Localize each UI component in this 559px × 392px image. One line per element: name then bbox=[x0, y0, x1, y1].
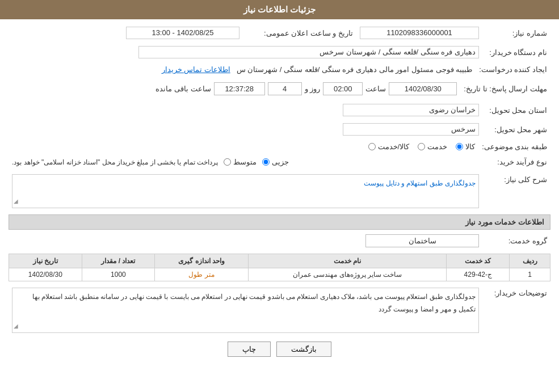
col-quantity: تعداد / مقدار bbox=[82, 254, 155, 268]
category-label: طبقه بندی موضوعی: bbox=[478, 141, 550, 153]
purchase-medium-label: متوسط bbox=[233, 158, 257, 166]
city-label: شهر محل تحویل: bbox=[482, 121, 550, 137]
col-service-code: کد خدمت bbox=[447, 254, 510, 268]
purchase-type-desc: پرداخت تمام یا بخشی از مبلغ خریداز محل "… bbox=[12, 158, 218, 166]
buyer-notes-value: جدولگذاری طبق استعلام پیوست می باشد، ملا… bbox=[32, 293, 476, 313]
table-row: 1 ج-42-429 ساخت سایر پروژه‌های مهندسی عم… bbox=[9, 268, 550, 281]
service-group-value: ساختمان bbox=[365, 234, 479, 247]
response-days-label: روز و bbox=[305, 85, 321, 93]
print-button[interactable]: چاپ bbox=[228, 342, 271, 357]
category-service-label: خدمت bbox=[427, 142, 447, 151]
creator-label: ایجاد کننده درخواست: bbox=[476, 64, 550, 75]
col-service-name: نام خدمت bbox=[248, 254, 446, 268]
cell-date: 1402/08/30 bbox=[9, 268, 82, 281]
purchase-partial-label: جزیی bbox=[272, 158, 289, 166]
response-remaining-label: ساعت باقی مانده bbox=[155, 85, 211, 93]
cell-unit: متر طول bbox=[155, 268, 249, 281]
category-service-option[interactable]: خدمت bbox=[418, 142, 447, 151]
col-unit: واحد اندازه گیری bbox=[155, 254, 249, 268]
resize-handle: ◢ bbox=[14, 196, 18, 206]
button-row: بازگشت چاپ bbox=[9, 342, 550, 357]
announcement-label: تاریخ و ساعت اعلان عمومی: bbox=[243, 25, 356, 41]
announcement-value: 1402/08/25 - 13:00 bbox=[126, 27, 239, 39]
need-number-label: شماره نیاز: bbox=[482, 25, 550, 41]
province-label: استان محل تحویل: bbox=[482, 102, 550, 118]
description-value: جدولگذاری طبق استهلام و دتایل پیوست bbox=[364, 179, 476, 187]
response-days: 4 bbox=[268, 82, 302, 95]
category-goods-service-radio[interactable] bbox=[368, 143, 376, 150]
category-goods-service-option[interactable]: کالا/خدمت bbox=[368, 142, 410, 151]
back-button[interactable]: بازگشت bbox=[276, 342, 331, 357]
buyer-notes-label: توضیحات خریدار: bbox=[482, 286, 550, 335]
category-goods-label: کالا bbox=[465, 142, 475, 151]
response-date: 1402/08/30 bbox=[389, 82, 457, 95]
resize-handle-notes: ◢ bbox=[14, 321, 18, 331]
response-deadline-label: مهلت ارسال پاسخ: تا تاریخ: bbox=[460, 79, 550, 99]
category-goods-radio[interactable] bbox=[456, 143, 463, 150]
services-section-title: اطلاعات خدمات مورد نیاز bbox=[9, 214, 550, 230]
page-title: جزئیات اطلاعات نیاز bbox=[243, 5, 316, 14]
service-group-label: گروه خدمت: bbox=[482, 233, 550, 249]
cell-row: 1 bbox=[510, 268, 550, 281]
city-value: سرخس bbox=[343, 123, 479, 136]
buyer-org-value: دهیاری فره سنگی /قلعه سنگی / شهرستان سرخ… bbox=[138, 46, 479, 58]
purchase-partial-radio[interactable] bbox=[262, 158, 270, 166]
response-time: 02:00 bbox=[323, 82, 363, 95]
purchase-medium-radio[interactable] bbox=[224, 158, 231, 166]
province-value: خراسان رضوی bbox=[343, 104, 479, 116]
creator-value: طبیبه فوجی مسئول امور مالی دهیاری فره سن… bbox=[237, 65, 473, 74]
category-goods-service-label: کالا/خدمت bbox=[378, 142, 410, 151]
services-table: ردیف کد خدمت نام خدمت واحد اندازه گیری ت… bbox=[9, 254, 550, 281]
cell-code: ج-42-429 bbox=[447, 268, 510, 281]
page-header: جزئیات اطلاعات نیاز bbox=[0, 0, 559, 19]
description-label: شرح کلی نیاز: bbox=[482, 172, 550, 210]
response-time-label: ساعت bbox=[365, 85, 386, 93]
purchase-partial-option[interactable]: جزیی bbox=[262, 158, 289, 166]
col-date: تاریخ نیاز bbox=[9, 254, 82, 268]
need-number-value: 1102098336000001 bbox=[360, 27, 479, 39]
category-service-radio[interactable] bbox=[418, 143, 425, 150]
category-goods-option[interactable]: کالا bbox=[456, 142, 475, 151]
buyer-org-label: نام دستگاه خریدار: bbox=[482, 44, 550, 60]
response-remaining: 12:37:28 bbox=[214, 82, 265, 95]
contact-link[interactable]: اطلاعات تماس خریدار bbox=[162, 65, 230, 74]
cell-name: ساخت سایر پروژه‌های مهندسی عمران bbox=[248, 268, 446, 281]
cell-quantity: 1000 bbox=[82, 268, 155, 281]
col-row-num: ردیف bbox=[510, 254, 550, 268]
purchase-medium-option[interactable]: متوسط bbox=[224, 158, 257, 166]
purchase-type-label: نوع فرآیند خرید: bbox=[482, 156, 550, 168]
